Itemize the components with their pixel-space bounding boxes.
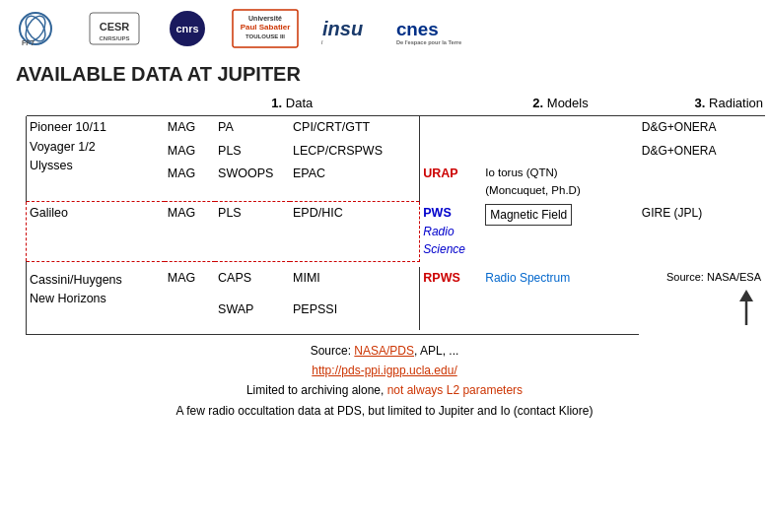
c2-data: PEPSSI [290, 299, 420, 330]
ups-logo: Université Paul Sabatier TOULOUSE III [231, 8, 300, 49]
data-col-header: 1. Data [165, 92, 420, 116]
c2-models [482, 299, 639, 330]
p3-sensor: SWOOPS [215, 163, 290, 202]
c2-instr [165, 299, 215, 330]
radiation-col-header: 3. Radiation [639, 92, 765, 116]
p1-models [482, 116, 639, 139]
c1-sensor: CAPS [215, 267, 290, 299]
note1-colored: not always L2 parameters [387, 383, 523, 397]
p2-data: LECP/CRSPWS [290, 140, 420, 163]
svg-text:/: / [321, 39, 323, 45]
cnrs-logo: cnrs [162, 8, 213, 49]
insu-logo: insu / [317, 8, 377, 49]
svg-text:De l'espace pour la Terre: De l'espace pour la Terre [396, 39, 461, 45]
p2-radiation: D&G+ONERA [639, 140, 765, 163]
p1-sensor: PA [215, 116, 290, 139]
galileo-models: Magnetic Field [482, 202, 639, 262]
note2: A few radio occultation data at PDS, but… [16, 401, 753, 421]
c2-badge [420, 299, 482, 330]
pioneer-mission-cell: Pioneer 10/11 Voyager 1/2 Ulysses [27, 116, 165, 201]
svg-text:Université: Université [248, 15, 282, 22]
cassini-arrow-cell: Source: NASA/ESA [639, 267, 765, 334]
up-arrow-icon [732, 288, 761, 327]
galileo-mission: Galileo [27, 202, 165, 262]
galileo-instr: MAG [165, 202, 215, 262]
svg-text:cnrs: cnrs [175, 23, 198, 34]
p1-instr: MAG [165, 116, 215, 139]
p3-instr: MAG [165, 163, 215, 202]
logos-bar: FP7 CESR CNRS/UPS cnrs Université Paul S… [0, 0, 769, 55]
c2-sensor: SWAP [215, 299, 290, 330]
p1-data: CPI/CRT/GTT [290, 116, 420, 139]
svg-text:CESR: CESR [100, 21, 130, 33]
p2-models [482, 140, 639, 163]
galileo-badge: PWS Radio Science [420, 202, 482, 262]
source-mid: , APL, ... [414, 344, 458, 358]
fp-logo: FP7 [16, 8, 67, 49]
badge-header [420, 92, 482, 116]
svg-marker-18 [739, 290, 753, 301]
svg-text:cnes: cnes [396, 19, 439, 39]
galileo-row: Galileo MAG PLS EPD/HIC PWS Radio Scienc… [27, 202, 766, 262]
source-url-link[interactable]: http://pds-ppi.igpp.ucla.edu/ [312, 364, 456, 377]
p3-models: Io torus (QTN)(Moncuquet, Ph.D) [482, 163, 639, 202]
svg-text:FP7: FP7 [22, 39, 35, 46]
svg-text:CNRS/UPS: CNRS/UPS [99, 35, 129, 41]
models-col-header: 2. Models [482, 92, 639, 116]
c1-badge: RPWS [420, 267, 482, 299]
p2-badge [420, 140, 482, 163]
source-nasa-esa: Source: NASA/ESA [642, 269, 761, 286]
svg-text:TOULOUSE III: TOULOUSE III [245, 33, 285, 39]
galileo-radiation: GIRE (JPL) [639, 202, 765, 262]
galileo-data: EPD/HIC [290, 202, 420, 262]
cnes-logo: cnes De l'espace pour la Terre [394, 8, 473, 49]
spacer-header [27, 92, 165, 116]
svg-text:Paul Sabatier: Paul Sabatier [241, 23, 291, 32]
p3-radiation [639, 163, 765, 202]
p1-radiation: D&G+ONERA [639, 116, 765, 139]
svg-text:insu: insu [322, 18, 363, 39]
p2-instr: MAG [165, 140, 215, 163]
nasa-pds-link[interactable]: NASA/PDS [354, 344, 414, 358]
p2-sensor: PLS [215, 140, 290, 163]
cesr-logo: CESR CNRS/UPS [85, 8, 144, 49]
cassini-mission-cell: Cassini/Huygens New Horizons [27, 267, 165, 330]
main-content: 1. Data 2. Models 3. Radiation [0, 92, 769, 425]
c1-data: MIMI [290, 267, 420, 299]
c1-models: Radio Spectrum [482, 267, 639, 299]
p1-badge [420, 116, 482, 139]
page-container: FP7 CESR CNRS/UPS cnrs Université Paul S… [0, 0, 769, 425]
note1-prefix: Limited to archiving alone, [246, 383, 387, 397]
p3-badge: URAP [420, 163, 482, 202]
source-prefix: Source: [311, 344, 355, 358]
cassini-row-1: Cassini/Huygens New Horizons MAG CAPS MI… [27, 267, 766, 299]
data-table: 1. Data 2. Models 3. Radiation [26, 92, 765, 335]
page-title: AVAILABLE DATA AT JUPITER [0, 55, 769, 92]
pioneer-row-1: Pioneer 10/11 Voyager 1/2 Ulysses MAG PA… [27, 116, 766, 139]
column-header-row: 1. Data 2. Models 3. Radiation [27, 92, 766, 116]
bottom-source: Source: NASA/PDS, APL, ... http://pds-pp… [16, 341, 753, 422]
galileo-sensor: PLS [215, 202, 290, 262]
p3-data: EPAC [290, 163, 420, 202]
c1-instr: MAG [165, 267, 215, 299]
